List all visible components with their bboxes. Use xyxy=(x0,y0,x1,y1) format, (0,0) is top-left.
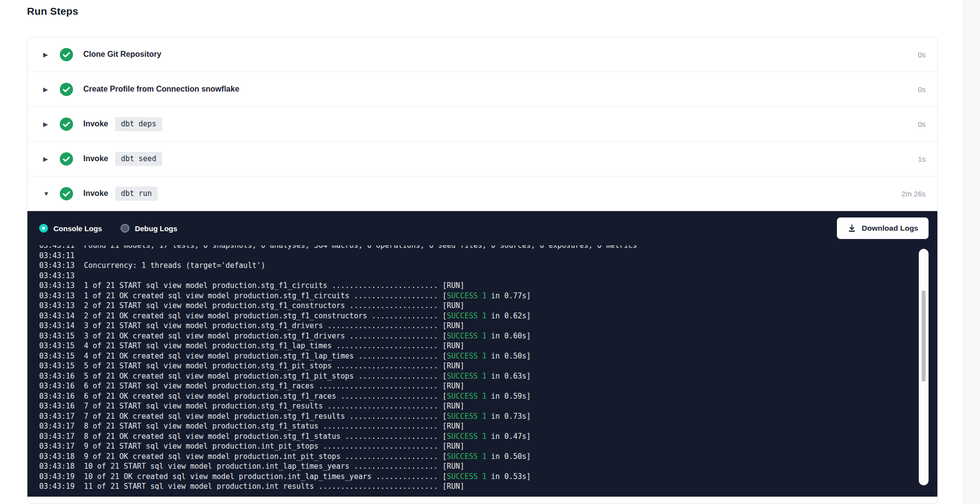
step-duration: 2m 26s xyxy=(902,190,926,198)
step-row[interactable]: ▼ Invoke dbt run 2m 26s xyxy=(27,176,937,211)
step-duration: 0s xyxy=(918,50,926,59)
log-line: 03:43:155 of 21 START sql view model pro… xyxy=(39,361,908,371)
log-line: 03:43:166 of 21 OK created sql view mode… xyxy=(39,391,908,402)
radio-console-logs[interactable]: Console Logs xyxy=(39,224,102,233)
step-row[interactable]: ▶ Create Profile from Connection snowfla… xyxy=(27,72,937,107)
step-label: Clone Git Repository xyxy=(83,50,161,59)
log-line: 03:43:189 of 21 OK created sql view mode… xyxy=(39,452,908,462)
step-duration: 0s xyxy=(918,85,926,94)
log-line: 03:43:13Concurrency: 1 threads (target='… xyxy=(39,261,908,271)
log-line: 03:43:154 of 21 START sql view model pro… xyxy=(39,341,908,351)
log-line: 03:43:179 of 21 START sql view model pro… xyxy=(39,441,908,452)
log-line: 03:43:11Found 21 models, 17 tests, 0 sna… xyxy=(39,245,908,251)
log-line: 03:43:131 of 21 OK created sql view mode… xyxy=(39,291,908,301)
step-command-badge: dbt deps xyxy=(115,117,162,131)
log-line: 03:43:154 of 21 OK created sql view mode… xyxy=(39,351,908,361)
log-line: 03:43:1911 of 21 START sql view model pr… xyxy=(39,481,908,490)
console-log-lines: 03:43:11Found 21 models, 17 tests, 0 sna… xyxy=(39,245,908,490)
log-panel-header: Console Logs Debug Logs Download Logs xyxy=(39,211,929,245)
log-line: 03:43:142 of 21 OK created sql view mode… xyxy=(39,311,908,321)
step-label: Create Profile from Connection snowflake xyxy=(83,85,239,94)
check-circle-icon xyxy=(60,152,73,166)
log-scrollbar-thumb[interactable] xyxy=(922,290,926,382)
console-log-viewport: 03:43:11Found 21 models, 17 tests, 0 sna… xyxy=(39,245,908,490)
log-line: 03:43:167 of 21 START sql view model pro… xyxy=(39,401,908,411)
log-line: 03:43:153 of 21 OK created sql view mode… xyxy=(39,331,908,341)
page-title: Run Steps xyxy=(27,5,78,17)
radio-console-logs-label: Console Logs xyxy=(53,224,102,233)
download-icon xyxy=(847,224,857,233)
step-command-badge: dbt run xyxy=(115,187,158,201)
check-circle-icon xyxy=(60,83,73,96)
log-line: 03:43:178 of 21 START sql view model pro… xyxy=(39,421,908,432)
log-line: 03:43:1910 of 21 OK created sql view mod… xyxy=(39,472,908,482)
log-line: 03:43:165 of 21 OK created sql view mode… xyxy=(39,371,908,382)
step-row[interactable]: ▶ Invoke dbt deps 0s xyxy=(27,107,937,142)
step-row[interactable]: ▶ Clone Git Repository 0s xyxy=(27,37,937,72)
step-label: Invoke xyxy=(83,154,108,163)
step-duration: 1s xyxy=(918,155,926,163)
log-line: 03:43:13 xyxy=(39,271,908,281)
step-label: Invoke xyxy=(83,189,108,198)
log-line: 03:43:166 of 21 START sql view model pro… xyxy=(39,381,908,391)
radio-unselected-icon xyxy=(121,224,129,233)
check-circle-icon xyxy=(60,118,73,131)
download-logs-label: Download Logs xyxy=(862,224,918,233)
log-line: 03:43:143 of 21 START sql view model pro… xyxy=(39,321,908,331)
chevron-right-icon[interactable]: ▶ xyxy=(43,155,51,163)
log-line: 03:43:11 xyxy=(39,251,908,261)
step-command-badge: dbt seed xyxy=(115,152,162,166)
check-circle-icon xyxy=(60,48,73,61)
log-panel: Console Logs Debug Logs Download Logs 03… xyxy=(27,211,937,497)
radio-selected-icon xyxy=(39,224,48,233)
run-steps-card: ▶ Clone Git Repository 0s ▶ Create Profi… xyxy=(27,37,938,504)
radio-debug-logs-label: Debug Logs xyxy=(135,224,177,233)
download-logs-button[interactable]: Download Logs xyxy=(837,217,929,239)
log-line: 03:43:132 of 21 START sql view model pro… xyxy=(39,301,908,311)
step-label: Invoke xyxy=(83,120,108,128)
chevron-down-icon[interactable]: ▼ xyxy=(43,190,51,197)
chevron-right-icon[interactable]: ▶ xyxy=(43,86,51,93)
log-scrollbar-track[interactable] xyxy=(919,249,929,485)
steps-list: ▶ Clone Git Repository 0s ▶ Create Profi… xyxy=(27,37,937,211)
log-line: 03:43:131 of 21 START sql view model pro… xyxy=(39,281,908,291)
page-right-gutter xyxy=(963,0,980,504)
chevron-right-icon[interactable]: ▶ xyxy=(43,120,51,128)
log-line: 03:43:177 of 21 OK created sql view mode… xyxy=(39,411,908,422)
radio-debug-logs[interactable]: Debug Logs xyxy=(121,224,177,233)
chevron-right-icon[interactable]: ▶ xyxy=(43,51,51,58)
log-line: 03:43:1810 of 21 START sql view model pr… xyxy=(39,461,908,472)
check-circle-icon xyxy=(60,187,73,200)
step-duration: 0s xyxy=(918,120,926,128)
step-row[interactable]: ▶ Invoke dbt seed 1s xyxy=(27,142,937,176)
log-line: 03:43:178 of 21 OK created sql view mode… xyxy=(39,432,908,442)
